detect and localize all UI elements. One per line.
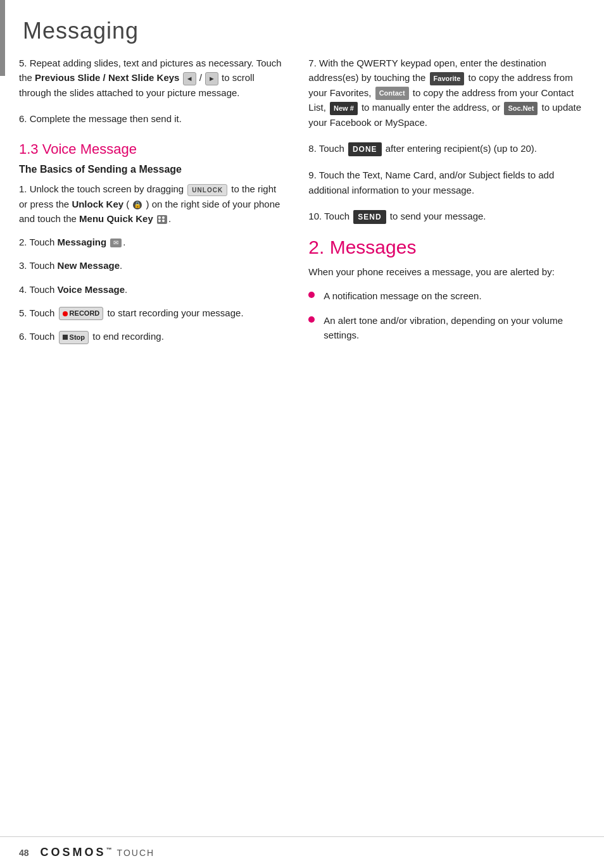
step3-num: 3. [19,260,29,271]
page-title: Messaging [0,0,604,56]
list-item-6: 6. Complete the message then send it. [19,111,283,126]
step4-num: 4. [19,284,29,295]
alert-item-2: An alert tone and/or vibration, dependin… [308,313,585,343]
unlock-key-icon: 🔒 [133,201,142,209]
page: Messaging 5. Repeat adding slides, text … [0,0,604,868]
item6-text: 6. Complete the message then send it. [19,113,182,124]
item10-text: 10. Touch SEND to send your message. [308,211,486,221]
step2-num: 2. [19,237,29,247]
step2-bold: Messaging [58,237,107,247]
page-number: 48 [19,848,29,858]
record-btn[interactable]: RECORD [59,307,104,320]
alert-item-1: A notification message on the screen. [308,288,585,303]
item9-num: 9. [308,170,318,180]
content-area: 5. Repeat adding slides, text and pictur… [0,56,604,836]
section-1-3-heading: 1.3 Voice Message [19,141,283,158]
step1-num: 1. [19,183,30,194]
new-num-btn[interactable]: New # [330,102,358,115]
bullet-dot-2 [308,316,315,323]
left-column: 5. Repeat adding slides, text and pictur… [19,56,302,836]
item5-num: 5. [19,58,30,68]
right-item-10: 10. Touch SEND to send your message. [308,209,585,224]
alerts-list: A notification message on the screen. An… [308,288,585,343]
alert-2-text: An alert tone and/or vibration, dependin… [324,313,585,343]
list-item-5: 5. Repeat adding slides, text and pictur… [19,56,283,100]
sub-heading: The Basics of Sending a Message [19,164,283,175]
item5-text: 5. Repeat adding slides, text and pictur… [19,58,282,98]
done-btn[interactable]: DONE [348,142,382,157]
alert-1-text: A notification message on the screen. [324,288,481,303]
step6-num: 6. [19,331,29,342]
contact-btn[interactable]: Contact [375,87,409,100]
menu-quick-key-icon [157,215,167,224]
stop-square-icon [63,335,68,340]
brand-tm: ™ [106,846,115,853]
page-footer: 48 COSMOS™ TOUCH [0,836,604,868]
brand-name: COSMOS™ [41,846,115,859]
voice-steps-list: 1. Unlock the touch screen by dragging U… [19,182,283,344]
prev-slide-key: ◄ [183,72,196,85]
section-2-heading: 2. Messages [308,237,585,258]
item7-num: 7. [308,58,319,68]
section2-intro: When your phone receives a message, you … [308,264,585,279]
item10-num: 10. [308,211,324,221]
voice-step-4: 4. Touch Voice Message. [19,282,283,297]
step3-bold: New Message [58,260,120,271]
item6-num: 6. [19,113,30,124]
messaging-icon: ✉ [110,239,122,247]
record-dot [63,311,68,316]
voice-step-3: 3. Touch New Message. [19,258,283,273]
right-column: 7. With the QWERTY keypad open, enter th… [302,56,585,836]
step4-bold: Voice Message [58,284,125,295]
voice-step-6: 6. Touch Stop to end recording. [19,329,283,344]
next-slide-key: ► [205,72,218,85]
brand-touch: TOUCH [117,848,155,858]
socnet-btn[interactable]: Soc.Net [504,102,538,115]
item7-text: 7. With the QWERTY keypad open, enter th… [308,58,581,128]
brand-cosmos: COSMOS [41,846,106,859]
step5-num: 5. [19,307,29,318]
right-item-7: 7. With the QWERTY keypad open, enter th… [308,56,585,130]
item5-bold: Previous Slide / Next Slide Keys [35,72,179,83]
send-btn[interactable]: SEND [353,210,386,225]
voice-step-1: 1. Unlock the touch screen by dragging U… [19,182,283,226]
step1-bold1: Unlock Key [72,199,123,209]
right-item-9: 9. Touch the Text, Name Card, and/or Sub… [308,168,585,197]
step1-bold2: Menu Quick Key [79,213,153,224]
voice-step-2: 2. Touch Messaging ✉. [19,235,283,249]
left-accent [0,0,5,76]
bullet-dot-1 [308,292,315,298]
favorite-btn[interactable]: Favorite [430,72,465,85]
stop-btn[interactable]: Stop [59,331,89,344]
voice-step-5: 5. Touch RECORD to start recording your … [19,306,283,321]
item9-text: 9. Touch the Text, Name Card, and/or Sub… [308,170,554,195]
right-item-8: 8. Touch DONE after entering recipient(s… [308,141,585,156]
item8-text: 8. Touch DONE after entering recipient(s… [308,143,537,154]
unlock-icon: UNLOCK [187,184,227,197]
item8-num: 8. [308,143,318,154]
